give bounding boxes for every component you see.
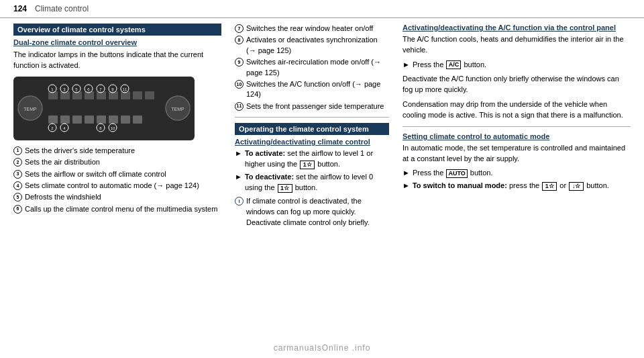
- page-header-title: Climate control: [35, 4, 89, 13]
- svg-rect-15: [85, 116, 94, 124]
- list-item: 6Calls up the climate control menu of th…: [13, 204, 221, 214]
- right-column: Activating/deactivating the A/C function…: [402, 24, 631, 357]
- deactivate-item: ► To deactivate: set the airflow to leve…: [235, 172, 389, 193]
- numbered-list-right: 7Switches the rear window heater on/off …: [235, 24, 389, 111]
- overview-header: Overview of climate control systems: [13, 24, 221, 36]
- svg-text:TEMP: TEMP: [23, 107, 37, 111]
- activating-title: Activating/deactivating climate control: [235, 138, 389, 146]
- info-item: i If climate control is deactivated, the…: [235, 196, 389, 228]
- list-item: 11Sets the front passenger side temperat…: [235, 101, 389, 111]
- svg-text:TEMP: TEMP: [171, 107, 184, 111]
- list-item: 10Switches the A/C function on/off (→ pa…: [235, 79, 389, 100]
- page-number: 124: [13, 4, 27, 13]
- svg-rect-11: [145, 91, 154, 99]
- ac-para3: Condensation may drip from the underside…: [402, 99, 631, 121]
- list-item: 3Sets the airflow or switch off climate …: [13, 169, 221, 179]
- ac-function-header: Activating/deactivating the A/C function…: [402, 24, 631, 32]
- list-item: 4Sets climate control to automatic mode …: [13, 181, 221, 191]
- list-item: 5Defrosts the windshield: [13, 192, 221, 202]
- list-item: 7Switches the rear window heater on/off: [235, 24, 389, 34]
- watermark: carmanualsOnline .info: [0, 343, 644, 353]
- svg-rect-10: [133, 91, 142, 99]
- list-item: 2Sets the air distribution: [13, 157, 221, 167]
- page-header: 124 Climate control: [0, 0, 644, 18]
- press-ac-item: ► Press the A/C button.: [402, 60, 631, 71]
- activate-item: ► To activate: set the airflow to level …: [235, 148, 389, 170]
- numbered-list-left: 1Sets the driver's side temperature 2Set…: [13, 146, 221, 214]
- intro-paragraph: The indicator lamps in the buttons indic…: [13, 50, 221, 71]
- list-item: 8Activates or deactivates synchronizatio…: [235, 35, 389, 56]
- climate-panel-illustration: TEMP: [13, 77, 195, 140]
- svg-rect-14: [72, 116, 82, 124]
- list-item: 9Switches air-recirculation mode on/off …: [235, 57, 389, 78]
- svg-rect-13: [60, 116, 70, 124]
- svg-text:11: 11: [123, 87, 127, 91]
- dual-zone-title: Dual-zone climate control overview: [13, 38, 221, 46]
- ac-para2: Deactivate the A/C function only briefly…: [402, 74, 631, 95]
- press-auto-item: ► Press the AUTO button.: [402, 168, 631, 179]
- svg-rect-17: [109, 116, 118, 124]
- auto-mode-title: Setting climate control to automatic mod…: [402, 132, 631, 140]
- svg-text:10: 10: [111, 126, 115, 130]
- svg-rect-19: [133, 116, 142, 124]
- auto-para: In automatic mode, the set temperature i…: [402, 143, 631, 165]
- manual-mode-item: ► To switch to manual mode: press the 1☆…: [402, 181, 631, 191]
- svg-rect-12: [48, 116, 58, 124]
- svg-rect-16: [97, 116, 106, 124]
- svg-rect-18: [121, 116, 130, 124]
- list-item: 1Sets the driver's side temperature: [13, 146, 221, 156]
- operating-header: Operating the climate control system: [235, 123, 389, 135]
- ac-para1: The A/C function cools, heats and dehumi…: [402, 34, 631, 56]
